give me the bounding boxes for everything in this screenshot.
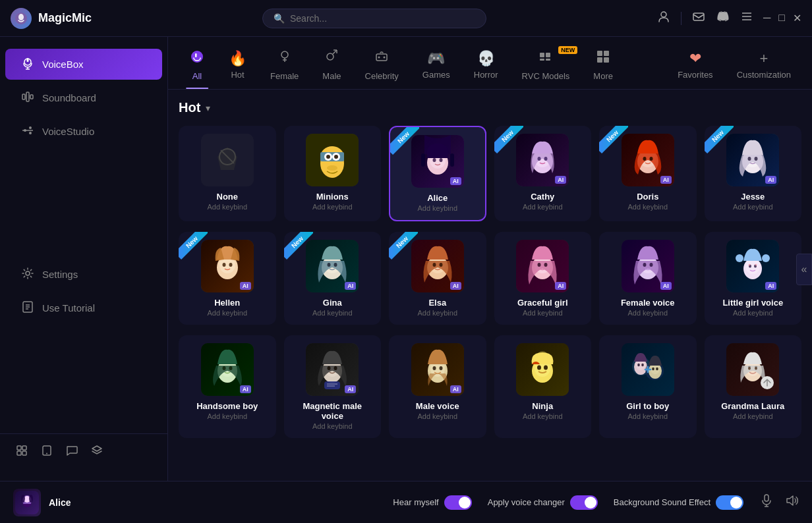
svg-point-122 xyxy=(222,366,225,370)
svg-point-83 xyxy=(748,157,751,161)
voice-name: Handsome boy xyxy=(196,401,258,411)
voice-keybind[interactable]: Add keybind xyxy=(312,422,353,430)
voice-card-girltoboy[interactable]: Girl to boy Add keybind xyxy=(599,335,697,438)
voice-card-femalevoice[interactable]: AI Female voice Add keybind xyxy=(599,232,697,325)
voice-card-gina[interactable]: AI Gina Add keybind xyxy=(284,232,382,325)
voice-avatar xyxy=(516,343,569,396)
voice-keybind[interactable]: Add keybind xyxy=(733,309,773,317)
voice-card-graceful[interactable]: AI Graceful girl Add keybind xyxy=(494,232,592,325)
voice-keybind[interactable]: Add keybind xyxy=(312,309,353,317)
sidebar-item-label: Soundboard xyxy=(42,92,96,103)
close-button[interactable]: ✕ xyxy=(793,12,801,24)
voice-keybind[interactable]: Add keybind xyxy=(627,203,668,211)
tab-rvc[interactable]: RVC Models NEW xyxy=(511,45,581,89)
voice-card-cathy[interactable]: AI Cathy Add keybind xyxy=(494,126,592,221)
voice-keybind[interactable]: Add keybind xyxy=(417,204,457,212)
hear-myself-toggle[interactable] xyxy=(444,495,472,510)
apply-voice-toggle[interactable] xyxy=(570,495,598,510)
voice-card-elsa[interactable]: AI Elsa Add keybind xyxy=(389,232,486,325)
bottom-bar: Alice Hear myself Apply voice changer Ba… xyxy=(0,481,812,523)
collapse-button[interactable]: « xyxy=(796,254,812,285)
voice-card-minions[interactable]: Minions Add keybind xyxy=(284,126,382,221)
tab-games[interactable]: 🎮 Games xyxy=(412,46,461,88)
tab-more[interactable]: More xyxy=(583,45,624,89)
voice-card-alice[interactable]: AI Alice Add keybind xyxy=(389,126,486,221)
grid-icon[interactable] xyxy=(16,445,28,460)
section-dropdown-icon[interactable]: ▾ xyxy=(206,103,210,113)
sidebar-item-soundboard[interactable]: Soundboard xyxy=(5,82,162,113)
svg-rect-45 xyxy=(540,59,544,61)
voice-card-grandma[interactable]: Grandma Laura Add keybind xyxy=(705,335,802,438)
maximize-button[interactable]: □ xyxy=(778,12,785,24)
tab-all[interactable]: All xyxy=(179,45,216,89)
voice-card-magnetic[interactable]: AI Magnetic male voice Add keybind xyxy=(284,335,382,438)
sidebar-item-settings[interactable]: Settings xyxy=(5,259,162,290)
voice-card-littlegirl[interactable]: AI Little girl voice Add keybind xyxy=(705,232,802,325)
menu-icon[interactable] xyxy=(741,11,753,26)
voice-card-handsomeboy[interactable]: AI Handsome boy Add keybind xyxy=(179,335,276,438)
tab-male[interactable]: Male xyxy=(312,45,351,89)
voice-card-doris[interactable]: AI Doris Add keybind xyxy=(599,126,697,221)
chat-icon[interactable] xyxy=(66,445,78,460)
voice-keybind[interactable]: Add keybind xyxy=(207,309,247,317)
discord-icon[interactable] xyxy=(716,9,730,27)
voice-card-hellen[interactable]: AI Hellen Add keybind xyxy=(179,232,276,325)
tab-favorites[interactable]: ❤ Favorites xyxy=(667,46,723,88)
voice-keybind[interactable]: Add keybind xyxy=(207,412,247,420)
speaker-icon[interactable] xyxy=(784,493,799,511)
bottom-icons xyxy=(759,493,799,511)
sidebar-item-voicebox[interactable]: VoiceBox xyxy=(5,49,162,80)
voice-keybind[interactable]: Add keybind xyxy=(523,309,563,317)
voice-keybind[interactable]: Add keybind xyxy=(523,203,563,211)
voice-card-jesse[interactable]: AI Jesse Add keybind xyxy=(705,126,802,221)
background-sound-toggle[interactable] xyxy=(716,495,743,510)
voice-keybind[interactable]: Add keybind xyxy=(312,203,353,211)
svg-point-5 xyxy=(724,16,726,18)
tab-horror[interactable]: 💀 Horror xyxy=(463,46,509,88)
tab-rvc-label: RVC Models xyxy=(522,71,570,81)
tab-customization[interactable]: + Customization xyxy=(726,46,801,88)
voice-card-ninja[interactable]: Ninja Add keybind xyxy=(494,335,592,438)
tab-female[interactable]: Female xyxy=(260,45,309,89)
sidebar-item-voicestudio[interactable]: VoiceStudio xyxy=(5,116,162,147)
tab-celebrity[interactable]: Celebrity xyxy=(355,45,409,89)
settings-icon xyxy=(21,267,34,282)
search-input[interactable] xyxy=(290,13,475,24)
svg-point-141 xyxy=(544,366,548,370)
tab-hot[interactable]: 🔥 Hot xyxy=(218,46,257,88)
voice-keybind[interactable]: Add keybind xyxy=(733,412,773,420)
voice-keybind[interactable]: Add keybind xyxy=(417,309,457,317)
svg-point-154 xyxy=(656,368,658,370)
microphone-icon[interactable] xyxy=(759,493,774,511)
svg-rect-69 xyxy=(450,153,454,167)
search-bar[interactable]: 🔍 xyxy=(262,9,486,28)
voice-card-malevoice[interactable]: AI Male voice Add keybind xyxy=(389,335,486,438)
current-voice: Alice xyxy=(13,489,71,516)
sidebar-item-tutorial[interactable]: Use Tutorial xyxy=(5,292,162,323)
mail-icon[interactable] xyxy=(692,10,705,26)
voice-card-none[interactable]: None Add keybind xyxy=(179,126,276,221)
tab-bar: All 🔥 Hot Female xyxy=(168,37,812,90)
sidebar-item-label: Use Tutorial xyxy=(42,302,95,314)
voicestudio-icon xyxy=(21,124,34,139)
voice-keybind[interactable]: Add keybind xyxy=(733,203,773,211)
layers-icon[interactable] xyxy=(91,445,103,460)
svg-point-143 xyxy=(539,353,546,360)
voice-keybind[interactable]: Add keybind xyxy=(627,309,668,317)
voice-keybind[interactable]: Add keybind xyxy=(627,412,668,420)
voice-keybind[interactable]: Add keybind xyxy=(207,203,247,211)
minimize-button[interactable]: ─ xyxy=(763,12,770,24)
voice-keybind[interactable]: Add keybind xyxy=(523,412,563,420)
voice-name: Little girl voice xyxy=(722,298,783,308)
voice-name: Grandma Laura xyxy=(721,401,784,411)
svg-rect-25 xyxy=(17,446,21,450)
profile-icon[interactable] xyxy=(657,10,670,26)
svg-point-123 xyxy=(229,366,232,370)
svg-rect-40 xyxy=(376,54,387,61)
ai-badge: AI xyxy=(345,385,356,393)
tablet-icon[interactable] xyxy=(41,445,53,460)
svg-point-165 xyxy=(29,495,33,503)
voice-keybind[interactable]: Add keybind xyxy=(417,412,457,420)
svg-rect-50 xyxy=(604,57,609,63)
voice-name: Hellen xyxy=(214,298,240,308)
